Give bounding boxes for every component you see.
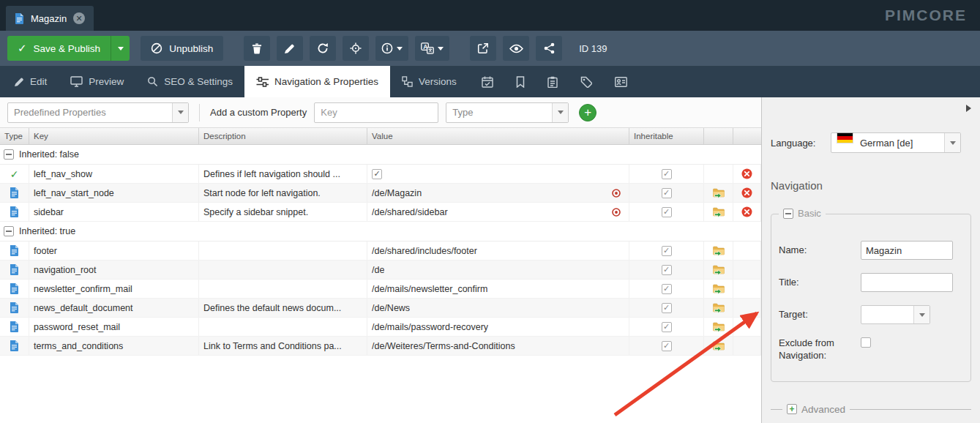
inheritable-checkbox[interactable] bbox=[662, 322, 672, 332]
target-select[interactable] bbox=[861, 305, 930, 324]
delete-property-icon[interactable] bbox=[741, 206, 752, 217]
close-icon[interactable]: ✕ bbox=[73, 12, 85, 24]
inheritable-checkbox[interactable] bbox=[662, 303, 672, 313]
inheritable-checkbox[interactable] bbox=[662, 341, 672, 351]
tab-seo-settings[interactable]: SEO & Settings bbox=[135, 66, 244, 97]
share-button[interactable] bbox=[536, 36, 562, 61]
column-header-value[interactable]: Value bbox=[367, 128, 629, 144]
property-row[interactable]: terms_and_conditionsLink to Terms and Co… bbox=[0, 337, 761, 356]
tab-workflow[interactable] bbox=[605, 66, 637, 97]
open-target-icon[interactable] bbox=[611, 188, 621, 198]
inheritable-checkbox[interactable] bbox=[662, 246, 672, 256]
combo-trigger[interactable] bbox=[944, 133, 960, 152]
delete-property-icon[interactable] bbox=[741, 187, 752, 198]
property-value-cell: /de bbox=[367, 261, 629, 279]
select-folder-icon[interactable] bbox=[713, 284, 725, 294]
property-row[interactable]: ✓left_nav_showDefines if left navigation… bbox=[0, 165, 761, 184]
reload-button[interactable] bbox=[310, 36, 336, 61]
tab-tags[interactable] bbox=[571, 66, 602, 97]
add-property-button[interactable]: + bbox=[579, 104, 596, 121]
collapse-icon[interactable] bbox=[4, 149, 14, 160]
locate-in-tree-button[interactable] bbox=[343, 36, 369, 61]
property-type-select[interactable]: Type bbox=[446, 102, 569, 123]
collapse-icon[interactable] bbox=[783, 209, 793, 219]
exclude-label: Exclude from Navigation: bbox=[779, 337, 861, 362]
document-tab-magazin[interactable]: Magazin ✕ bbox=[6, 6, 94, 31]
tab-dependencies[interactable] bbox=[538, 66, 567, 97]
translate-button[interactable]: A bbox=[415, 36, 449, 61]
bookmark-icon bbox=[516, 76, 525, 88]
property-row[interactable]: newsletter_confirm_mail/de/mails/newslet… bbox=[0, 280, 761, 299]
info-button[interactable] bbox=[375, 36, 408, 61]
select-folder-icon[interactable] bbox=[713, 207, 725, 217]
combo-trigger[interactable] bbox=[913, 306, 929, 323]
chevron-right-icon[interactable] bbox=[966, 105, 971, 112]
value-checkbox[interactable] bbox=[372, 169, 382, 179]
delete-button[interactable] bbox=[244, 36, 270, 61]
property-key-cell: newsletter_confirm_mail bbox=[29, 280, 199, 298]
property-key-input[interactable] bbox=[314, 102, 438, 123]
tab-versions[interactable]: Versions bbox=[390, 66, 468, 97]
select-folder-icon[interactable] bbox=[713, 341, 725, 351]
tab-edit[interactable]: Edit bbox=[3, 66, 59, 97]
save-publish-dropdown[interactable] bbox=[111, 36, 130, 61]
property-group-row[interactable]: Inherited: false bbox=[0, 145, 761, 165]
document-icon bbox=[10, 187, 19, 198]
preview-button[interactable] bbox=[503, 36, 529, 61]
inheritable-checkbox[interactable] bbox=[662, 188, 672, 198]
pencil-icon bbox=[285, 43, 295, 53]
inheritable-checkbox[interactable] bbox=[662, 284, 672, 294]
save-publish-button[interactable]: ✓ Save & Publish bbox=[7, 36, 111, 61]
open-target-icon[interactable] bbox=[611, 207, 621, 217]
collapse-icon[interactable] bbox=[4, 226, 14, 236]
property-row[interactable]: footer/de/shared/includes/footer bbox=[0, 242, 761, 261]
select-folder-icon[interactable] bbox=[713, 322, 725, 332]
column-header-description[interactable]: Description bbox=[199, 128, 367, 144]
column-header-delete[interactable] bbox=[733, 128, 761, 144]
window-tab-bar: Magazin ✕ PIMCORE bbox=[0, 0, 980, 31]
advanced-fieldset-header[interactable]: + Advanced bbox=[771, 404, 971, 415]
document-id-label: ID 139 bbox=[579, 43, 607, 54]
tab-notes[interactable] bbox=[506, 66, 534, 97]
select-folder-icon[interactable] bbox=[713, 188, 725, 198]
unpublish-button[interactable]: Unpublish bbox=[141, 36, 223, 61]
combo-trigger[interactable] bbox=[552, 103, 568, 122]
property-row[interactable]: password_reset_mail/de/mails/password-re… bbox=[0, 318, 761, 337]
advanced-legend: Advanced bbox=[801, 404, 845, 415]
document-toolbar: ✓ Save & Publish Unpublish A bbox=[0, 31, 980, 66]
select-folder-icon[interactable] bbox=[713, 303, 725, 313]
property-row[interactable]: news_default_documentDefines the default… bbox=[0, 299, 761, 318]
column-header-inheritable[interactable]: Inheritable bbox=[629, 128, 704, 144]
property-row[interactable]: left_nav_start_nodeStart node for left n… bbox=[0, 184, 761, 203]
tab-preview[interactable]: Preview bbox=[59, 66, 135, 97]
expand-icon[interactable]: + bbox=[787, 404, 797, 414]
tab-navigation-properties[interactable]: Navigation & Properties bbox=[244, 66, 390, 97]
combo-trigger[interactable] bbox=[172, 103, 188, 122]
predefined-properties-select[interactable]: Predefined Properties bbox=[7, 102, 189, 123]
navigation-settings-panel: Language: German [de] Navigation Basic N… bbox=[761, 97, 980, 423]
exclude-navigation-checkbox[interactable] bbox=[861, 337, 871, 348]
property-row[interactable]: navigation_root/de bbox=[0, 261, 761, 280]
title-input[interactable] bbox=[861, 273, 953, 292]
inheritable-checkbox[interactable] bbox=[662, 169, 672, 179]
inheritable-checkbox[interactable] bbox=[662, 207, 672, 217]
column-header-key[interactable]: Key bbox=[29, 128, 199, 144]
property-delete-cell bbox=[733, 165, 761, 183]
column-header-type[interactable]: Type bbox=[0, 128, 29, 144]
open-document-button[interactable] bbox=[470, 36, 496, 61]
document-tab-strip: Edit Preview SEO & Settings Navigation &… bbox=[0, 66, 980, 97]
name-input[interactable] bbox=[861, 241, 953, 260]
property-delete-cell bbox=[733, 261, 761, 279]
property-group-row[interactable]: Inherited: true bbox=[0, 222, 761, 242]
property-type-cell bbox=[0, 242, 29, 260]
column-header-folder[interactable] bbox=[704, 128, 733, 144]
select-folder-icon[interactable] bbox=[713, 265, 725, 275]
select-folder-icon[interactable] bbox=[713, 246, 725, 256]
delete-property-icon[interactable] bbox=[741, 168, 752, 179]
property-row[interactable]: sidebarSpecify a sidebar snippet./de/sha… bbox=[0, 203, 761, 222]
tab-scheduler[interactable] bbox=[472, 66, 503, 97]
rename-button[interactable] bbox=[277, 36, 303, 61]
inheritable-checkbox[interactable] bbox=[662, 265, 672, 275]
property-delete-cell bbox=[733, 318, 761, 336]
language-select[interactable]: German [de] bbox=[831, 132, 961, 153]
